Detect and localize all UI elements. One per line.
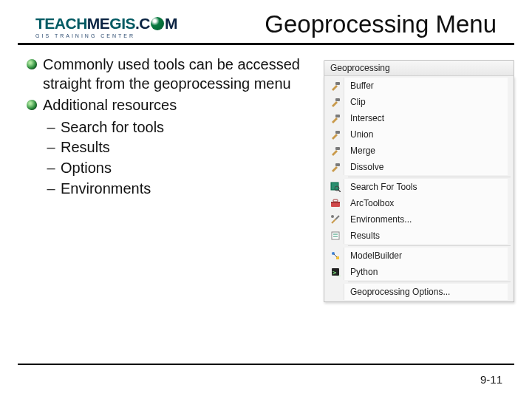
sub-bullet-list: –Search for tools –Results –Options –Env… (46, 118, 304, 198)
hammer-icon (327, 94, 344, 110)
svg-rect-2 (335, 115, 340, 117)
menu-label: ModelBuilder (344, 248, 508, 264)
menu-label: Buffer (344, 78, 508, 94)
globe-icon (151, 17, 164, 30)
menu-title-bar: Geoprocessing (324, 60, 514, 76)
globe-bullet-icon (27, 59, 37, 69)
menu-label: Results (344, 228, 508, 244)
hammer-icon (327, 110, 344, 126)
logo-text: TEACH (35, 15, 87, 33)
sub-bullet-item: –Options (46, 159, 304, 178)
tools-icon (327, 211, 344, 228)
menu-label: Python (344, 264, 508, 280)
menu-item-modelbuilder[interactable]: ModelBuilder (326, 248, 512, 264)
footer-rule (18, 364, 514, 365)
menu-item-merge[interactable]: Merge (326, 143, 512, 159)
menu-item-search-for-tools[interactable]: Search For Tools (326, 179, 512, 195)
sub-bullet-item: –Results (46, 138, 304, 157)
modelbuilder-icon (327, 248, 344, 264)
menu-item-environments[interactable]: Environments... (326, 211, 512, 228)
menu-label: Clip (344, 94, 508, 110)
menu-item-results[interactable]: Results (326, 228, 512, 244)
results-icon (327, 228, 344, 244)
globe-bullet-icon (27, 100, 37, 110)
dash-icon: – (46, 138, 56, 157)
svg-point-12 (331, 215, 334, 218)
sub-bullet-text: Search for tools (61, 118, 164, 137)
svg-rect-13 (332, 232, 339, 239)
menu-item-union[interactable]: Union (326, 126, 512, 143)
sub-bullet-text: Results (61, 138, 110, 157)
svg-text:>_: >_ (332, 269, 341, 276)
dash-icon: – (46, 159, 56, 178)
geoprocessing-menu-screenshot: Geoprocessing Buffer Clip Intersect Unio… (324, 60, 514, 302)
menu-label: Dissolve (344, 159, 508, 175)
bullet-text: Commonly used tools can be accessed stra… (43, 55, 304, 93)
menu-item-buffer[interactable]: Buffer (326, 78, 512, 94)
menu-item-geoprocessing-options[interactable]: Geoprocessing Options... (326, 284, 512, 300)
dash-icon: – (46, 180, 56, 199)
logo-subtitle: GIS TRAINING CENTER (35, 33, 135, 38)
dropdown-menu: Buffer Clip Intersect Union Merge Dissol… (324, 76, 514, 302)
slide-header: TEACHMEGIS.CM GIS TRAINING CENTER Geopro… (18, 0, 514, 45)
bullet-item: Additional resources (27, 96, 304, 115)
menu-item-arctoolbox[interactable]: ArcToolbox (326, 195, 512, 211)
menu-separator (348, 245, 511, 246)
toolbox-icon (327, 195, 344, 211)
hammer-icon (327, 143, 344, 159)
bullet-item: Commonly used tools can be accessed stra… (27, 55, 304, 93)
menu-label: Intersect (344, 110, 508, 126)
logo-text: GIS (109, 15, 135, 33)
menu-label: Merge (344, 143, 508, 159)
svg-rect-5 (335, 163, 340, 166)
logo-text: M (165, 15, 177, 33)
svg-line-18 (334, 254, 337, 257)
menu-item-clip[interactable]: Clip (326, 94, 512, 110)
sub-bullet-item: –Search for tools (46, 118, 304, 137)
menu-label: Geoprocessing Options... (344, 284, 508, 300)
svg-rect-1 (335, 98, 340, 101)
brand-logo: TEACHMEGIS.CM GIS TRAINING CENTER (35, 15, 177, 38)
svg-rect-11 (333, 200, 338, 202)
bullet-list: Commonly used tools can be accessed stra… (27, 55, 304, 302)
menu-label: Search For Tools (344, 179, 508, 195)
sub-bullet-text: Options (61, 159, 112, 178)
dash-icon: – (46, 118, 56, 137)
svg-line-8 (338, 190, 341, 192)
sub-bullet-text: Environments (61, 180, 151, 199)
python-icon: >_ (327, 264, 344, 280)
svg-rect-3 (335, 131, 340, 134)
menu-separator (348, 177, 511, 177)
sub-bullet-item: –Environments (46, 180, 304, 199)
menu-label: Environments... (344, 211, 508, 228)
search-icon (327, 179, 344, 195)
slide-body: Commonly used tools can be accessed stra… (0, 45, 532, 302)
logo-text: .C (135, 15, 150, 33)
bullet-text: Additional resources (43, 96, 177, 115)
menu-label: ArcToolbox (344, 195, 508, 211)
hammer-icon (327, 78, 344, 94)
page-number: 9-11 (480, 373, 502, 386)
menu-separator (348, 282, 511, 282)
menu-item-intersect[interactable]: Intersect (326, 110, 512, 126)
menu-item-dissolve[interactable]: Dissolve (326, 159, 512, 175)
logo-text: ME (87, 15, 110, 33)
page-title: Geoprocessing Menu (265, 10, 497, 38)
blank-icon (327, 284, 344, 300)
svg-rect-0 (335, 82, 340, 85)
menu-label: Union (344, 126, 508, 143)
hammer-icon (327, 159, 344, 175)
svg-rect-4 (335, 147, 340, 150)
hammer-icon (327, 126, 344, 143)
menu-item-python[interactable]: >_ Python (326, 264, 512, 280)
